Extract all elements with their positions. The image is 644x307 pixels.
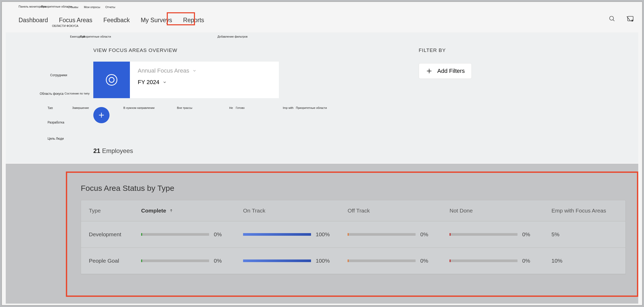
dropdown-annual-label: Annual Focus Areas (138, 67, 189, 74)
cell-ontrack: 100% (243, 231, 348, 238)
cell-type: Development (89, 231, 141, 238)
top-nav: Dashboard Focus Areas Feedback My Survey… (2, 9, 642, 31)
filter-title: FILTER BY (419, 48, 446, 53)
ru-col-complete: Завершение (72, 106, 89, 109)
dropdown-fy-label: FY 2024 (138, 79, 159, 86)
svg-line-3 (627, 16, 630, 21)
add-filters-button[interactable]: Add Filters (419, 63, 472, 79)
employee-count-number: 21 (93, 147, 100, 154)
focus-dropdown-card: Annual Focus Areas FY 2024 (130, 62, 279, 98)
ru-label-focus: Приоритетные области (41, 5, 72, 8)
ru-side-type: Тип (48, 106, 53, 110)
ru-col-offtrack: Вне трассы (177, 106, 192, 109)
cell-notdone: 0% (450, 231, 551, 238)
svg-point-0 (610, 16, 613, 20)
col-notdone[interactable]: Not Done (450, 208, 551, 214)
ru-col-priority2: Приоритетные области (296, 106, 327, 109)
ru-side-dev: Разработка (48, 121, 64, 124)
ru-side-employees: Сотрудники (50, 73, 67, 77)
ru-priority: Приоритетные области (80, 35, 111, 38)
col-type[interactable]: Type (89, 208, 141, 214)
ru-side-focus-area: Область фокуса (40, 92, 64, 96)
table-row[interactable]: People Goal 0% 100% 0% (81, 248, 625, 274)
col-complete-label: Complete (141, 208, 166, 214)
ru-col-ontrack: В нужном направлении (123, 106, 154, 109)
search-icon[interactable] (608, 15, 616, 23)
overview-title: VIEW FOCUS AREAS OVERVIEW (93, 48, 177, 53)
table-title: Focus Area Status by Type (81, 184, 174, 193)
dropdown-fy2024[interactable]: FY 2024 (138, 79, 271, 86)
target-icon (106, 74, 117, 86)
col-ontrack[interactable]: On Track (243, 208, 348, 214)
ru-side-people: Цель Люди (48, 137, 64, 140)
cell-offtrack: 0% (348, 231, 450, 238)
ru-label-reports: Отчеты (105, 5, 115, 9)
col-emp-focus[interactable]: Emp with Focus Areas (551, 208, 630, 214)
ru-col-done: Готово (236, 106, 245, 109)
cell-ontrack-value: 100% (316, 258, 330, 264)
ru-label-feedback: Отзывы (68, 5, 78, 9)
status-table-section: Focus Area Status by Type Type Complete … (6, 164, 638, 304)
table-row[interactable]: Development 0% 100% 0% (81, 221, 625, 248)
highlight-reports (167, 12, 195, 25)
ru-sub-focus: ОБЛАСТИ ФОКУСА (52, 24, 78, 27)
sort-asc-icon (169, 209, 173, 212)
status-table: Type Complete On Track Off Track Not Don… (81, 200, 626, 274)
plus-icon (426, 68, 433, 74)
overview-panel: Сотрудники Область фокуса Тип Разработка… (6, 32, 638, 163)
cell-type: People Goal (89, 258, 141, 264)
cell-offtrack-value: 0% (420, 258, 433, 264)
cell-complete: 0% (141, 231, 243, 238)
chevron-down-icon (163, 80, 167, 84)
add-filters-label: Add Filters (437, 68, 465, 74)
svg-line-1 (613, 20, 614, 21)
col-offtrack[interactable]: Off Track (348, 208, 450, 214)
highlight-status-table: Focus Area Status by Type Type Complete … (66, 172, 638, 297)
employee-count: 21 Employees (93, 147, 133, 155)
chevron-down-icon (192, 69, 197, 73)
table-header: Type Complete On Track Off Track Not Don… (81, 200, 625, 221)
cell-complete-value: 0% (214, 231, 227, 238)
employee-count-label: Employees (102, 147, 133, 154)
ru-label-surveys: Мои опросы (84, 5, 100, 9)
nav-dashboard[interactable]: Dashboard (18, 15, 49, 26)
dropdown-annual-focus[interactable]: Annual Focus Areas (138, 67, 271, 74)
cell-emp: 5% (551, 231, 630, 238)
ru-col-not: Не (229, 106, 233, 109)
cell-notdone-value: 0% (522, 258, 535, 264)
cell-notdone-value: 0% (522, 231, 535, 238)
focus-icon-tile (93, 62, 130, 98)
cell-ontrack-value: 100% (316, 231, 330, 238)
cell-offtrack-value: 0% (420, 231, 433, 238)
ru-add-filters: Добавление фильтров (217, 35, 248, 38)
add-focus-button[interactable] (93, 107, 110, 123)
ru-col-imp: Imp with (283, 106, 294, 109)
settings-panel-icon[interactable] (626, 15, 634, 23)
cell-complete-value: 0% (214, 258, 227, 264)
cell-emp: 10% (551, 258, 630, 264)
ru-status-by-type: Состояние по типу (65, 92, 90, 95)
cell-offtrack: 0% (348, 258, 450, 264)
nav-feedback[interactable]: Feedback (102, 15, 131, 26)
svg-point-4 (631, 20, 633, 22)
cell-complete: 0% (141, 258, 243, 264)
col-complete[interactable]: Complete (141, 208, 243, 214)
cell-ontrack: 100% (243, 258, 348, 264)
cell-notdone: 0% (450, 258, 551, 264)
